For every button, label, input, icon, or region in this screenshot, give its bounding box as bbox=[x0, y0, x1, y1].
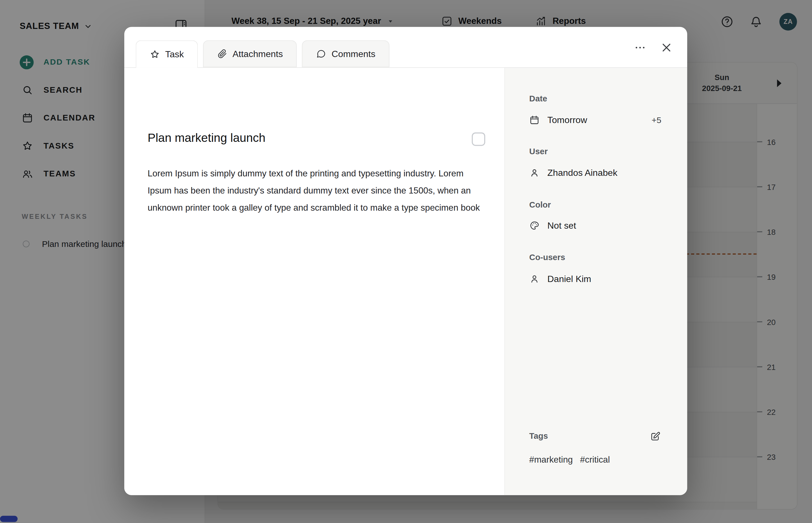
task-complete-checkbox[interactable] bbox=[472, 132, 485, 146]
task-content: Plan marketing launch Lorem Ipsum is sim… bbox=[124, 68, 504, 495]
close-icon bbox=[660, 41, 673, 54]
user-value: Zhandos Ainabek bbox=[548, 167, 618, 178]
close-button[interactable] bbox=[660, 41, 673, 54]
calendar-icon bbox=[529, 115, 539, 125]
task-description: Lorem Ipsum is simply dummy text of the … bbox=[148, 165, 484, 216]
user-label: User bbox=[529, 147, 548, 156]
task-modal: Task Attachments Comments bbox=[124, 27, 687, 495]
cousers-label: Co-users bbox=[529, 253, 565, 262]
tab-task[interactable]: Task bbox=[136, 40, 198, 68]
screen: SALES TEAM ADD TASK SEARCH bbox=[0, 0, 812, 523]
date-label: Date bbox=[529, 94, 547, 103]
edit-tags-button[interactable] bbox=[650, 431, 661, 442]
paperclip-icon bbox=[217, 49, 227, 59]
tab-label: Task bbox=[165, 49, 184, 60]
edit-icon bbox=[650, 431, 661, 442]
palette-icon bbox=[529, 220, 539, 231]
date-value: Tomorrow bbox=[548, 114, 587, 126]
date-row[interactable]: Tomorrow +5 bbox=[529, 113, 661, 127]
tags-list: #marketing #critical bbox=[529, 455, 610, 465]
color-row[interactable]: Not set bbox=[529, 219, 661, 232]
modal-tabs: Task Attachments Comments bbox=[136, 40, 390, 68]
color-label: Color bbox=[529, 200, 551, 210]
tab-comments[interactable]: Comments bbox=[302, 40, 390, 67]
star-icon bbox=[150, 49, 160, 59]
user-row[interactable]: Zhandos Ainabek bbox=[529, 166, 661, 179]
comment-icon bbox=[316, 49, 326, 59]
person-icon bbox=[529, 168, 539, 178]
tab-attachments[interactable]: Attachments bbox=[203, 40, 297, 67]
tab-label: Attachments bbox=[232, 48, 283, 59]
person-icon bbox=[529, 274, 539, 284]
color-value: Not set bbox=[548, 220, 576, 231]
tag[interactable]: #marketing bbox=[529, 455, 573, 465]
task-details-panel: Date Tomorrow +5 User Zhandos Ainabek Co… bbox=[504, 68, 687, 495]
tab-label: Comments bbox=[331, 48, 375, 59]
tags-label: Tags bbox=[529, 431, 548, 441]
couser-row[interactable]: Daniel Kim bbox=[529, 272, 661, 286]
date-extra-count[interactable]: +5 bbox=[652, 115, 661, 125]
couser-value: Daniel Kim bbox=[548, 273, 591, 284]
more-options-button[interactable] bbox=[632, 41, 648, 54]
tag[interactable]: #critical bbox=[580, 455, 610, 465]
task-title: Plan marketing launch bbox=[148, 131, 265, 145]
ellipsis-icon bbox=[632, 41, 648, 54]
